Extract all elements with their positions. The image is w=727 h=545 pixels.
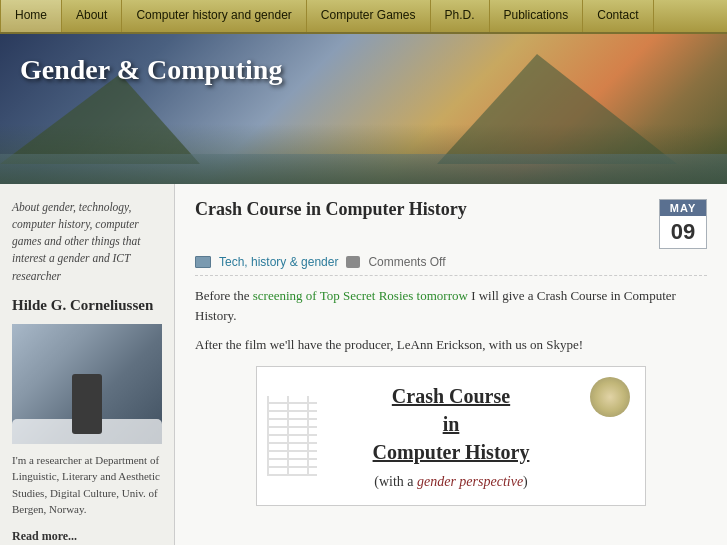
- post-meta: Tech, history & gender Comments Off: [195, 255, 707, 276]
- post-paragraph-1: Before the screening of Top Secret Rosie…: [195, 286, 707, 328]
- nav-publications[interactable]: Publications: [490, 0, 584, 32]
- sidebar: About gender, technology, computer histo…: [0, 184, 175, 545]
- sidebar-author-name: Hilde G. Corneliussen: [12, 297, 162, 314]
- post-header: Crash Course in Computer History MAY 09: [195, 199, 707, 249]
- site-title: Gender & Computing: [20, 54, 282, 86]
- hero-banner: Gender & Computing: [0, 34, 727, 184]
- post-date-day: 09: [660, 216, 706, 248]
- sidebar-about-text: About gender, technology, computer histo…: [12, 199, 162, 285]
- post-link-screening[interactable]: screening of Top Secret Rosies tomorrow: [253, 288, 468, 303]
- category-icon: [195, 256, 211, 268]
- post-image-box: Crash Course in Computer History (with a…: [256, 366, 646, 506]
- post-date-badge: MAY 09: [659, 199, 707, 249]
- main-nav: Home About Computer history and gender C…: [0, 0, 727, 34]
- nav-computer-games[interactable]: Computer Games: [307, 0, 431, 32]
- post-date-month: MAY: [660, 200, 706, 216]
- post-image-subtitle-em: gender perspective: [417, 474, 523, 489]
- post-image-subtitle: (with a gender perspective): [272, 474, 630, 490]
- main-content: Crash Course in Computer History MAY 09 …: [175, 184, 727, 545]
- nav-home[interactable]: Home: [0, 0, 62, 32]
- nav-about[interactable]: About: [62, 0, 122, 32]
- post-image-title: Crash Course in Computer History: [272, 382, 630, 466]
- post-title: Crash Course in Computer History: [195, 199, 659, 220]
- comments-icon: [346, 256, 360, 268]
- sidebar-photo: [12, 324, 162, 444]
- nav-computer-history[interactable]: Computer history and gender: [122, 0, 306, 32]
- sidebar-bio: I'm a researcher at Department of Lingui…: [12, 452, 162, 518]
- nav-phd[interactable]: Ph.D.: [431, 0, 490, 32]
- nav-contact[interactable]: Contact: [583, 0, 653, 32]
- post-image-watermark: [590, 377, 630, 417]
- comments-count: Comments Off: [368, 255, 445, 269]
- post-image-decoration: [267, 396, 317, 476]
- read-more-link[interactable]: Read more...: [12, 529, 77, 543]
- main-wrapper: About gender, technology, computer histo…: [0, 184, 727, 545]
- post-category-link[interactable]: Tech, history & gender: [219, 255, 338, 269]
- post-paragraph-2: After the film we'll have the producer, …: [195, 335, 707, 356]
- sidebar-photo-figure: [72, 374, 102, 434]
- hero-overlay: [0, 124, 727, 184]
